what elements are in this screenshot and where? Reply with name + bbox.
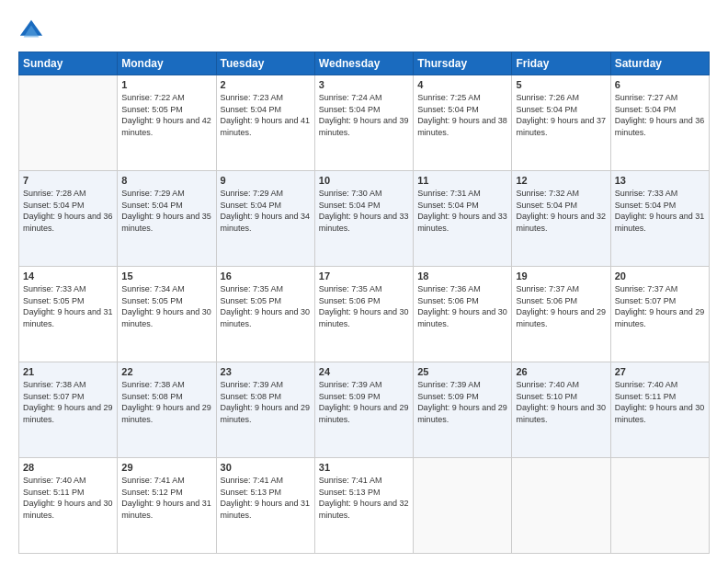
day-number: 28 [23,462,113,473]
day-info: Sunrise: 7:39 AMSunset: 5:09 PMDaylight:… [319,379,409,425]
day-number: 25 [417,366,507,377]
calendar-day-cell: 16Sunrise: 7:35 AMSunset: 5:05 PMDayligh… [216,267,314,362]
day-info: Sunrise: 7:23 AMSunset: 5:04 PMDaylight:… [221,92,311,138]
day-number: 17 [319,270,409,282]
day-info: Sunrise: 7:32 AMSunset: 5:04 PMDaylight:… [516,188,606,234]
weekday-header: Friday [512,52,610,75]
calendar-day-cell: 18Sunrise: 7:36 AMSunset: 5:06 PMDayligh… [414,267,512,362]
day-number: 21 [23,366,113,377]
day-number: 26 [516,366,606,377]
day-number: 31 [319,462,409,473]
day-info: Sunrise: 7:36 AMSunset: 5:06 PMDaylight:… [417,283,507,329]
day-number: 5 [516,79,606,90]
calendar-week-row: 14Sunrise: 7:33 AMSunset: 5:05 PMDayligh… [19,267,710,362]
day-info: Sunrise: 7:40 AMSunset: 5:10 PMDaylight:… [516,379,606,425]
day-info: Sunrise: 7:41 AMSunset: 5:13 PMDaylight:… [221,475,311,521]
day-number: 14 [23,270,113,282]
calendar-day-cell: 28Sunrise: 7:40 AMSunset: 5:11 PMDayligh… [19,458,118,554]
calendar-day-cell: 6Sunrise: 7:27 AMSunset: 5:04 PMDaylight… [610,75,709,171]
weekday-header: Sunday [19,52,118,75]
page: SundayMondayTuesdayWednesdayThursdayFrid… [0,0,728,563]
calendar-day-cell: 14Sunrise: 7:33 AMSunset: 5:05 PMDayligh… [19,267,118,362]
logo [18,20,47,44]
day-info: Sunrise: 7:37 AMSunset: 5:07 PMDaylight:… [615,283,705,329]
day-number: 8 [121,175,211,186]
day-info: Sunrise: 7:41 AMSunset: 5:13 PMDaylight:… [319,475,409,521]
day-number: 7 [23,175,113,186]
day-info: Sunrise: 7:29 AMSunset: 5:04 PMDaylight:… [221,188,311,234]
calendar-week-row: 28Sunrise: 7:40 AMSunset: 5:11 PMDayligh… [19,458,710,554]
calendar-day-cell: 11Sunrise: 7:31 AMSunset: 5:04 PMDayligh… [414,171,512,267]
header [18,17,710,44]
day-info: Sunrise: 7:39 AMSunset: 5:09 PMDaylight:… [417,379,507,425]
day-number: 23 [221,366,311,377]
calendar-day-cell: 3Sunrise: 7:24 AMSunset: 5:04 PMDaylight… [314,75,413,171]
calendar-day-cell: 5Sunrise: 7:26 AMSunset: 5:04 PMDaylight… [512,75,610,171]
calendar-day-cell [414,458,512,554]
weekday-header: Thursday [414,52,512,75]
day-info: Sunrise: 7:38 AMSunset: 5:08 PMDaylight:… [121,379,211,425]
day-info: Sunrise: 7:37 AMSunset: 5:06 PMDaylight:… [516,283,606,329]
calendar-day-cell [512,458,610,554]
calendar-day-cell [610,458,709,554]
day-info: Sunrise: 7:25 AMSunset: 5:04 PMDaylight:… [417,92,507,138]
day-info: Sunrise: 7:40 AMSunset: 5:11 PMDaylight:… [615,379,705,425]
calendar-day-cell: 15Sunrise: 7:34 AMSunset: 5:05 PMDayligh… [118,267,216,362]
calendar-day-cell: 19Sunrise: 7:37 AMSunset: 5:06 PMDayligh… [512,267,610,362]
logo-icon [18,18,44,44]
day-number: 2 [221,79,311,90]
day-info: Sunrise: 7:30 AMSunset: 5:04 PMDaylight:… [319,188,409,234]
day-info: Sunrise: 7:40 AMSunset: 5:11 PMDaylight:… [23,475,113,521]
calendar-day-cell: 27Sunrise: 7:40 AMSunset: 5:11 PMDayligh… [610,362,709,458]
calendar-day-cell: 8Sunrise: 7:29 AMSunset: 5:04 PMDaylight… [118,171,216,267]
day-number: 9 [221,175,311,186]
calendar-day-cell: 23Sunrise: 7:39 AMSunset: 5:08 PMDayligh… [216,362,314,458]
calendar-day-cell: 1Sunrise: 7:22 AMSunset: 5:05 PMDaylight… [118,75,216,171]
day-info: Sunrise: 7:33 AMSunset: 5:05 PMDaylight:… [23,283,113,329]
day-number: 19 [516,270,606,282]
calendar-day-cell: 2Sunrise: 7:23 AMSunset: 5:04 PMDaylight… [216,75,314,171]
day-info: Sunrise: 7:38 AMSunset: 5:07 PMDaylight:… [23,379,113,425]
calendar-day-cell [19,75,118,171]
calendar-day-cell: 31Sunrise: 7:41 AMSunset: 5:13 PMDayligh… [314,458,413,554]
day-info: Sunrise: 7:33 AMSunset: 5:04 PMDaylight:… [615,188,705,234]
day-info: Sunrise: 7:26 AMSunset: 5:04 PMDaylight:… [516,92,606,138]
calendar-day-cell: 13Sunrise: 7:33 AMSunset: 5:04 PMDayligh… [610,171,709,267]
calendar-day-cell: 9Sunrise: 7:29 AMSunset: 5:04 PMDaylight… [216,171,314,267]
day-info: Sunrise: 7:22 AMSunset: 5:05 PMDaylight:… [121,92,211,138]
day-info: Sunrise: 7:35 AMSunset: 5:05 PMDaylight:… [221,283,311,329]
day-info: Sunrise: 7:39 AMSunset: 5:08 PMDaylight:… [221,379,311,425]
day-number: 29 [121,462,211,473]
day-number: 18 [417,270,507,282]
day-info: Sunrise: 7:34 AMSunset: 5:05 PMDaylight:… [121,283,211,329]
day-info: Sunrise: 7:28 AMSunset: 5:04 PMDaylight:… [23,188,113,234]
weekday-header: Saturday [610,52,709,75]
day-info: Sunrise: 7:31 AMSunset: 5:04 PMDaylight:… [417,188,507,234]
day-number: 27 [615,366,705,377]
weekday-header: Wednesday [314,52,413,75]
day-number: 24 [319,366,409,377]
day-number: 12 [516,175,606,186]
calendar-day-cell: 25Sunrise: 7:39 AMSunset: 5:09 PMDayligh… [414,362,512,458]
calendar-day-cell: 22Sunrise: 7:38 AMSunset: 5:08 PMDayligh… [118,362,216,458]
calendar-day-cell: 21Sunrise: 7:38 AMSunset: 5:07 PMDayligh… [19,362,118,458]
weekday-header: Monday [118,52,216,75]
calendar-day-cell: 30Sunrise: 7:41 AMSunset: 5:13 PMDayligh… [216,458,314,554]
day-info: Sunrise: 7:29 AMSunset: 5:04 PMDaylight:… [121,188,211,234]
calendar-day-cell: 12Sunrise: 7:32 AMSunset: 5:04 PMDayligh… [512,171,610,267]
day-number: 13 [615,175,705,186]
day-number: 4 [417,79,507,90]
day-number: 6 [615,79,705,90]
calendar-day-cell: 29Sunrise: 7:41 AMSunset: 5:12 PMDayligh… [118,458,216,554]
calendar-week-row: 1Sunrise: 7:22 AMSunset: 5:05 PMDaylight… [19,75,710,171]
calendar-week-row: 7Sunrise: 7:28 AMSunset: 5:04 PMDaylight… [19,171,710,267]
day-number: 20 [615,270,705,282]
calendar-table: SundayMondayTuesdayWednesdayThursdayFrid… [18,52,710,554]
day-info: Sunrise: 7:41 AMSunset: 5:12 PMDaylight:… [121,475,211,521]
day-info: Sunrise: 7:35 AMSunset: 5:06 PMDaylight:… [319,283,409,329]
calendar-day-cell: 26Sunrise: 7:40 AMSunset: 5:10 PMDayligh… [512,362,610,458]
day-number: 3 [319,79,409,90]
day-number: 16 [221,270,311,282]
calendar-day-cell: 4Sunrise: 7:25 AMSunset: 5:04 PMDaylight… [414,75,512,171]
day-info: Sunrise: 7:27 AMSunset: 5:04 PMDaylight:… [615,92,705,138]
